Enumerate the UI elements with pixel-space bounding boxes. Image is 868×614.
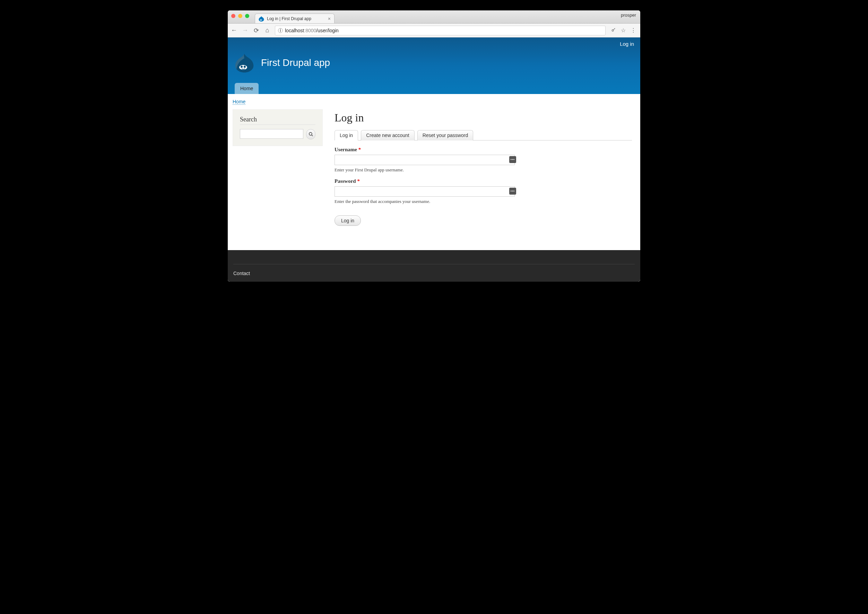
browser-toolbar: ← → ⟳ ⌂ i localhost:8000/user/login ☆ ⋮: [228, 23, 640, 37]
site-info-icon[interactable]: i: [278, 28, 283, 33]
password-label-text: Password: [335, 178, 356, 184]
breadcrumb: Home: [228, 94, 640, 104]
password-field[interactable]: [335, 186, 515, 197]
tab-create-account[interactable]: Create new account: [361, 130, 415, 140]
key-icon[interactable]: [611, 27, 616, 34]
page-title: Log in: [335, 111, 632, 124]
chrome-menu-icon[interactable]: ⋮: [631, 27, 636, 34]
titlebar: Log in | First Drupal app × prosper: [228, 11, 640, 23]
form-item-username: Username * ••• Enter your First Drupal a…: [335, 147, 515, 173]
drupal-favicon-icon: [259, 16, 264, 22]
forward-button: →: [242, 27, 248, 34]
content-area: Search Log in Log in Create new account …: [228, 104, 640, 250]
password-manager-icon[interactable]: •••: [509, 188, 516, 194]
svg-point-1: [260, 19, 261, 20]
footer-divider: [233, 264, 635, 264]
form-item-password: Password * ••• Enter the password that a…: [335, 178, 515, 204]
address-bar[interactable]: i localhost:8000/user/login: [275, 26, 606, 36]
browser-tab[interactable]: Log in | First Drupal app ×: [255, 14, 335, 23]
username-description: Enter your First Drupal app username.: [335, 167, 515, 173]
reload-button[interactable]: ⟳: [253, 27, 260, 34]
header-login-link[interactable]: Log in: [620, 41, 634, 47]
search-icon: [308, 132, 313, 137]
login-submit-button[interactable]: Log in: [335, 215, 361, 226]
password-label: Password *: [335, 178, 515, 184]
footer: Contact: [228, 250, 640, 282]
footer-contact-link[interactable]: Contact: [233, 270, 250, 276]
site-name[interactable]: First Drupal app: [261, 57, 330, 68]
url-host: localhost: [285, 28, 304, 33]
svg-point-3: [612, 30, 614, 31]
toolbar-actions: ☆ ⋮: [610, 27, 637, 34]
tab-title: Log in | First Drupal app: [267, 16, 311, 21]
account-tabs: Log in Create new account Reset your pas…: [335, 130, 632, 140]
back-button[interactable]: ←: [231, 27, 237, 34]
svg-point-7: [309, 132, 312, 135]
svg-point-2: [261, 19, 262, 20]
password-description: Enter the password that accompanies your…: [335, 199, 515, 204]
page: Log in First Drupal app Home Home: [228, 37, 640, 282]
browser-window: Log in | First Drupal app × prosper ← → …: [228, 11, 640, 282]
required-mark: *: [357, 178, 360, 184]
chrome-profile-label[interactable]: prosper: [621, 12, 636, 18]
required-mark: *: [358, 147, 361, 152]
branding: First Drupal app: [232, 47, 636, 83]
site-header: Log in First Drupal app Home: [228, 37, 640, 94]
username-label: Username *: [335, 147, 515, 152]
menu-item-home[interactable]: Home: [235, 83, 259, 94]
close-window-icon[interactable]: [231, 14, 236, 18]
svg-point-6: [244, 65, 246, 68]
main-menu: Home: [232, 83, 636, 94]
bookmark-star-icon[interactable]: ☆: [621, 27, 626, 34]
url-path: /user/login: [316, 28, 339, 33]
tab-login[interactable]: Log in: [335, 130, 358, 140]
close-tab-icon[interactable]: ×: [328, 16, 331, 22]
search-input[interactable]: [240, 129, 303, 139]
minimize-window-icon[interactable]: [238, 14, 242, 18]
breadcrumb-home[interactable]: Home: [232, 99, 245, 105]
main-content: Log in Log in Create new account Reset y…: [335, 109, 636, 245]
drupal-logo-icon[interactable]: [235, 53, 254, 73]
url-port: :8000: [304, 28, 316, 33]
sidebar: Search: [232, 109, 323, 146]
svg-line-8: [311, 135, 313, 136]
password-manager-icon[interactable]: •••: [509, 156, 516, 163]
svg-point-5: [240, 65, 243, 68]
username-field[interactable]: [335, 155, 515, 165]
window-controls: [231, 14, 249, 18]
tab-reset-password[interactable]: Reset your password: [417, 130, 474, 140]
home-button[interactable]: ⌂: [264, 27, 271, 34]
svg-point-0: [260, 19, 262, 20]
maximize-window-icon[interactable]: [245, 14, 249, 18]
search-button[interactable]: [306, 129, 315, 140]
username-label-text: Username: [335, 147, 357, 152]
search-heading: Search: [240, 116, 315, 125]
